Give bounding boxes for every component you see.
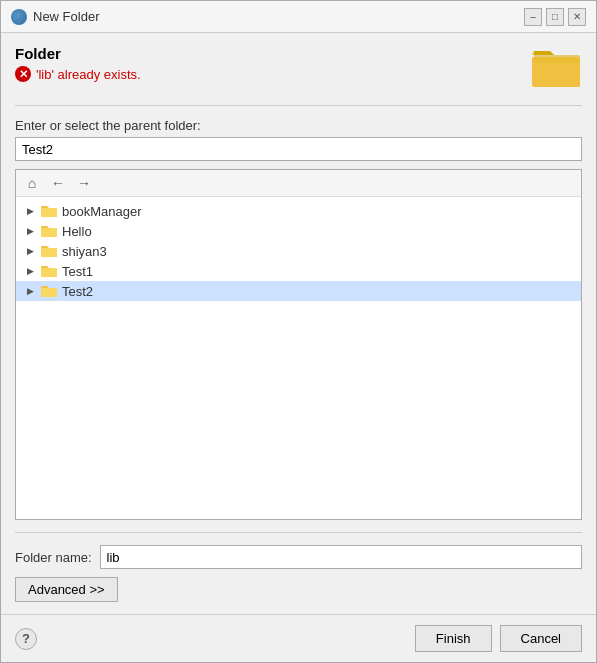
expand-arrow-test2: ▶ bbox=[24, 285, 36, 297]
header-section: Folder ✕ 'lib' already exists. bbox=[15, 45, 582, 89]
tree-label-bookmanager: bookManager bbox=[62, 204, 142, 219]
tree-label-shiyan3: shiyan3 bbox=[62, 244, 107, 259]
title-bar: New Folder – □ ✕ bbox=[1, 1, 596, 33]
new-folder-dialog: New Folder – □ ✕ Folder ✕ 'lib' already … bbox=[0, 0, 597, 663]
footer-buttons: Finish Cancel bbox=[415, 625, 582, 652]
section-title: Folder bbox=[15, 45, 141, 62]
dialog-content: Folder ✕ 'lib' already exists. bbox=[1, 33, 596, 614]
parent-folder-input[interactable] bbox=[15, 137, 582, 161]
header-left: Folder ✕ 'lib' already exists. bbox=[15, 45, 141, 82]
folder-icon-test2 bbox=[40, 283, 58, 299]
tree-label-test2: Test2 bbox=[62, 284, 93, 299]
tree-label-hello: Hello bbox=[62, 224, 92, 239]
tree-item-shiyan3[interactable]: ▶ shiyan3 bbox=[16, 241, 581, 261]
folder-icon-shiyan3 bbox=[40, 243, 58, 259]
tree-item-test2[interactable]: ▶ Test2 bbox=[16, 281, 581, 301]
error-text: 'lib' already exists. bbox=[36, 67, 141, 82]
app-icon bbox=[11, 9, 27, 25]
parent-folder-label: Enter or select the parent folder: bbox=[15, 118, 582, 133]
folder-icon-test1 bbox=[40, 263, 58, 279]
folder-name-label: Folder name: bbox=[15, 550, 92, 565]
tree-item-bookmanager[interactable]: ▶ bookManager bbox=[16, 201, 581, 221]
folder-name-input[interactable] bbox=[100, 545, 582, 569]
expand-arrow-bookmanager: ▶ bbox=[24, 205, 36, 217]
title-bar-left: New Folder bbox=[11, 9, 99, 25]
close-button[interactable]: ✕ bbox=[568, 8, 586, 26]
finish-button[interactable]: Finish bbox=[415, 625, 492, 652]
expand-arrow-hello: ▶ bbox=[24, 225, 36, 237]
folder-tree: ⌂ ← → ▶ bookManager ▶ bbox=[15, 169, 582, 520]
back-button[interactable]: ← bbox=[48, 173, 68, 193]
tree-item-hello[interactable]: ▶ Hello bbox=[16, 221, 581, 241]
cancel-button[interactable]: Cancel bbox=[500, 625, 582, 652]
help-button[interactable]: ? bbox=[15, 628, 37, 650]
folder-icon-large bbox=[530, 45, 582, 89]
minimize-button[interactable]: – bbox=[524, 8, 542, 26]
error-icon: ✕ bbox=[15, 66, 31, 82]
expand-arrow-test1: ▶ bbox=[24, 265, 36, 277]
folder-name-row: Folder name: bbox=[15, 545, 582, 569]
bottom-section: Folder name: Advanced >> bbox=[15, 545, 582, 602]
tree-toolbar: ⌂ ← → bbox=[16, 170, 581, 197]
folder-icon-hello bbox=[40, 223, 58, 239]
parent-folder-section: Enter or select the parent folder: bbox=[15, 118, 582, 161]
dialog-title: New Folder bbox=[33, 9, 99, 24]
folder-icon-bookmanager bbox=[40, 203, 58, 219]
window-controls: – □ ✕ bbox=[524, 8, 586, 26]
maximize-button[interactable]: □ bbox=[546, 8, 564, 26]
tree-label-test1: Test1 bbox=[62, 264, 93, 279]
expand-arrow-shiyan3: ▶ bbox=[24, 245, 36, 257]
dialog-footer: ? Finish Cancel bbox=[1, 614, 596, 662]
forward-button[interactable]: → bbox=[74, 173, 94, 193]
error-message: ✕ 'lib' already exists. bbox=[15, 66, 141, 82]
header-separator bbox=[15, 105, 582, 106]
tree-item-test1[interactable]: ▶ Test1 bbox=[16, 261, 581, 281]
bottom-separator bbox=[15, 532, 582, 533]
home-button[interactable]: ⌂ bbox=[22, 173, 42, 193]
tree-items-list: ▶ bookManager ▶ Hello bbox=[16, 197, 581, 305]
advanced-button[interactable]: Advanced >> bbox=[15, 577, 118, 602]
